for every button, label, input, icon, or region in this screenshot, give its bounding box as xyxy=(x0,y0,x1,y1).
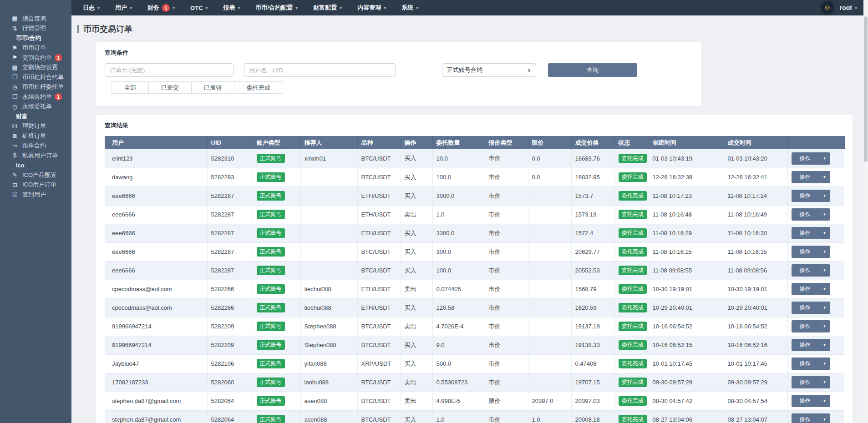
row-action-button[interactable]: 操作 xyxy=(792,376,819,388)
row-action-caret-button[interactable]: ▼ xyxy=(819,152,830,165)
row-action-button[interactable]: 操作 xyxy=(792,358,819,370)
sidebar-item-summary-query[interactable]: ▦ 综合查询 xyxy=(0,14,71,24)
status-filter-tab[interactable]: 全部 xyxy=(112,81,149,94)
sidebar-item-label: 币币/合约 xyxy=(16,34,41,42)
cell-referrer: asen088 xyxy=(300,410,357,423)
cell-status: 委托完成 xyxy=(614,280,649,298)
cell-pair: ETH/USDT xyxy=(357,224,401,242)
row-action-split-button: 操作 ▼ xyxy=(792,227,830,239)
status-badge: 委托完成 xyxy=(619,154,647,163)
row-action-caret-button[interactable]: ▼ xyxy=(819,302,830,314)
sidebar-item-ico-product-config[interactable]: ✎ ICO产品配置 xyxy=(0,170,71,180)
row-action-caret-button[interactable]: ▼ xyxy=(819,171,830,183)
nav-item-finance[interactable]: 财务 1 ▾ xyxy=(140,0,183,15)
cell-account-type: 正式账号 xyxy=(253,354,300,373)
user-menu[interactable]: root ▾ xyxy=(840,4,857,11)
row-action-caret-button[interactable]: ▼ xyxy=(819,283,830,295)
row-action-caret-button[interactable]: ▼ xyxy=(819,395,830,407)
cell-account-type: 正式账号 xyxy=(253,392,300,410)
sidebar-item-checkin-users[interactable]: ☑ 签到用户 xyxy=(0,190,71,200)
nav-item-otc[interactable]: OTC ▾ xyxy=(183,0,215,15)
row-action-caret-button[interactable]: ▼ xyxy=(819,320,830,332)
row-action-split-button: 操作 ▼ xyxy=(792,152,830,165)
row-action-caret-button[interactable]: ▼ xyxy=(819,264,830,277)
row-action-button[interactable]: 操作 xyxy=(792,320,819,332)
cell-filled-time: 11-08 10:16:15 xyxy=(724,242,787,261)
nav-item-wealth-config[interactable]: 财富配置 ▾ xyxy=(305,0,350,15)
cell-referrer: xinxin01 xyxy=(300,149,357,168)
user-avatar[interactable]: ☺ xyxy=(821,1,834,15)
nav-item-reports[interactable]: 报表 ▾ xyxy=(216,0,248,15)
sidebar-item-delivery-risk-settings[interactable]: ▤ 交割场控设置 xyxy=(0,63,71,73)
cell-created-time: 11-08 10:16:48 xyxy=(649,205,724,224)
row-action-caret-button[interactable]: ▼ xyxy=(819,413,830,423)
nav-item-system[interactable]: 系统 ▾ xyxy=(394,0,426,15)
row-action-button[interactable]: 操作 xyxy=(792,264,819,277)
status-badge: 委托完成 xyxy=(619,172,647,181)
column-header: 限价 xyxy=(528,136,571,149)
row-action-split-button: 操作 ▼ xyxy=(792,376,830,388)
status-filter-tab[interactable]: 委托完成 xyxy=(234,81,283,94)
row-action-caret-button[interactable]: ▼ xyxy=(819,358,830,370)
username-uid-input[interactable] xyxy=(244,63,396,77)
row-action-button[interactable]: 操作 xyxy=(792,208,819,221)
row-action-button[interactable]: 操作 xyxy=(792,395,819,407)
row-action-button[interactable]: 操作 xyxy=(792,190,819,202)
sidebar-item-delivery-contracts[interactable]: ⚑ 交割合约单 1 xyxy=(0,53,71,63)
notification-badge: 1 xyxy=(55,93,62,101)
nav-item-coin-contract-config[interactable]: 币币/合约配置 ▾ xyxy=(248,0,306,15)
row-action-button[interactable]: 操作 xyxy=(792,413,819,423)
sidebar-item-coin-margin-pending[interactable]: ◷ 币币杠杆委托单 xyxy=(0,82,71,92)
caret-down-icon: ▼ xyxy=(823,324,827,328)
sidebar-item-copy-trading[interactable]: ↪ 跟单合约 xyxy=(0,141,71,151)
nav-item-users[interactable]: 用户 ▾ xyxy=(107,0,140,15)
column-header: 品种 xyxy=(357,136,401,149)
sidebar-item-perpetual-pending[interactable]: ◷ 永续委托单 xyxy=(0,102,71,112)
status-filter-tab[interactable]: 已提交 xyxy=(148,81,192,94)
row-action-caret-button[interactable]: ▼ xyxy=(819,246,830,258)
page-scrollbar-thumb[interactable] xyxy=(864,16,868,162)
row-action-caret-button[interactable]: ▼ xyxy=(819,227,830,239)
cell-filled-price: 20629.77 xyxy=(571,242,614,261)
sidebar-item-perpetual-contracts[interactable]: ❐ 永续合约单 1 xyxy=(0,92,71,102)
cell-pair: ETH/USDT xyxy=(357,186,401,205)
row-action-caret-button[interactable]: ▼ xyxy=(819,339,830,351)
sidebar-item-market-mgmt[interactable]: ⇅ 行情管理 xyxy=(0,24,71,34)
status-filter-tab[interactable]: 已撤销 xyxy=(191,81,234,94)
sidebar-item-coin-margin-contracts[interactable]: ❐ 币币杠杆合约单 xyxy=(0,72,71,82)
row-action-button[interactable]: 操作 xyxy=(792,227,819,239)
nav-item-logs[interactable]: 日志 ▾ xyxy=(75,0,107,15)
search-button[interactable]: 查询 xyxy=(548,63,637,77)
row-action-caret-button[interactable]: ▼ xyxy=(819,190,830,202)
caret-down-icon: ▼ xyxy=(823,268,827,272)
sidebar-item-coin-orders[interactable]: ⚑ 币币订单 xyxy=(0,43,71,53)
sidebar-item-wealth-orders[interactable]: ⛁ 理财订单 xyxy=(0,121,71,131)
table-row: 919966947214 5282209 正式账号 Stephen088 BTC… xyxy=(105,317,844,336)
sidebar-item-miner-orders[interactable]: ≣ 矿机订单 xyxy=(0,131,71,141)
sidebar-item-label: 交割合约单 xyxy=(22,54,52,62)
nav-item-content-mgmt[interactable]: 内容管理 ▾ xyxy=(350,0,394,15)
cell-referrer xyxy=(300,224,357,242)
nav-item-label: 财富配置 xyxy=(313,4,337,12)
cell-status: 委托完成 xyxy=(614,224,649,242)
sidebar-item-private-placement-orders[interactable]: $ 私募用户订单 xyxy=(0,151,71,161)
results-panel: 查询结果 用户 UID 账户类型 推荐人 xyxy=(96,115,853,423)
row-action-button[interactable]: 操作 xyxy=(792,246,819,258)
results-panel-title: 查询结果 xyxy=(105,121,844,130)
cell-limit-price xyxy=(528,224,571,242)
row-action-button[interactable]: 操作 xyxy=(792,302,819,314)
row-action-button[interactable]: 操作 xyxy=(792,171,819,183)
chevron-down-icon: ∨ xyxy=(527,67,531,73)
row-action-button[interactable]: 操作 xyxy=(792,339,819,351)
table-row: cpecodmass@aol.com 5282266 正式账号 tiechui0… xyxy=(105,280,844,298)
topbar: 日志 ▾ 用户 ▾ 财务 1 ▾ OTC ▾ 报表 xyxy=(71,0,868,15)
account-type-select[interactable]: 正式账号合约 ∨ xyxy=(442,63,536,77)
row-action-button[interactable]: 操作 xyxy=(792,283,819,295)
cell-created-time: 12-26 16:32:39 xyxy=(649,168,724,186)
row-action-button[interactable]: 操作 xyxy=(792,152,819,165)
sidebar-item-ico-user-orders[interactable]: ⊡ ICO用户订单 xyxy=(0,180,71,190)
row-action-caret-button[interactable]: ▼ xyxy=(819,208,830,221)
order-number-input[interactable] xyxy=(105,63,233,77)
row-action-caret-button[interactable]: ▼ xyxy=(819,376,830,388)
sidebar-item-label: 永续合约单 xyxy=(22,93,52,101)
